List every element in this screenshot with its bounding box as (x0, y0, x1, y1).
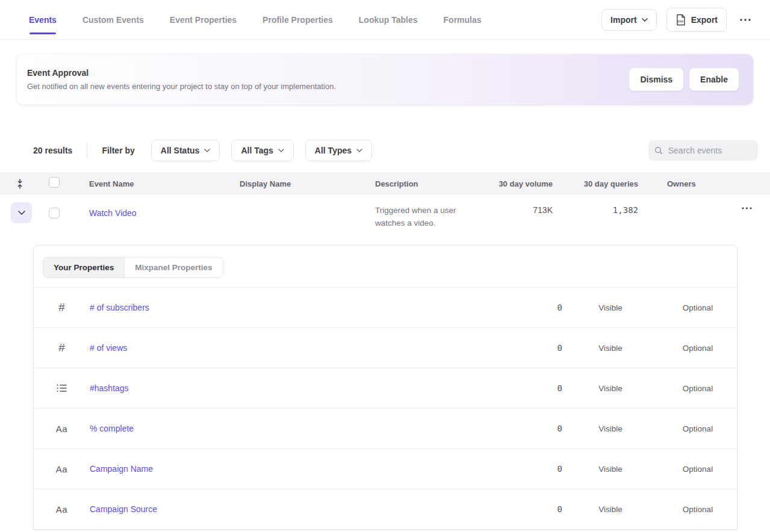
results-count: 20 results (33, 146, 72, 155)
property-row: Aa Campaign Name 0 Visible Optional (34, 449, 737, 489)
property-name-link[interactable]: Campaign Name (90, 464, 502, 474)
event-approval-banner: Event Approval Get notified on all new e… (17, 54, 753, 105)
list-type-icon (57, 384, 67, 392)
search-icon (654, 146, 663, 155)
tab-event-properties[interactable]: Event Properties (170, 11, 237, 28)
tab-formulas[interactable]: Formulas (444, 11, 482, 28)
column-30-day-queries: 30 day queries (553, 179, 638, 188)
property-visibility: Visible (562, 303, 659, 312)
navbar-actions: Import csv Export (601, 8, 754, 32)
import-button[interactable]: Import (601, 9, 657, 31)
search-events-input[interactable] (668, 146, 752, 155)
all-types-label: All Types (315, 146, 352, 155)
divider (87, 143, 87, 158)
properties-tabs-row: Your Properties Mixpanel Properties (34, 246, 737, 288)
property-requirement: Optional (659, 344, 737, 353)
property-requirement: Optional (659, 505, 737, 514)
tab-events[interactable]: Events (29, 11, 57, 28)
all-tags-dropdown[interactable]: All Tags (231, 140, 293, 161)
dismiss-button[interactable]: Dismiss (629, 68, 683, 91)
export-button-label: Export (691, 15, 718, 25)
row-more-options-button[interactable] (738, 205, 756, 212)
property-row: # # of subscribers 0 Visible Optional (34, 288, 737, 328)
property-name-link[interactable]: #hashtags (90, 383, 502, 393)
property-name-link[interactable]: % complete (90, 424, 502, 433)
property-visibility: Visible (562, 424, 659, 433)
chevron-down-icon (356, 149, 362, 152)
row-checkbox[interactable] (49, 208, 60, 218)
export-button[interactable]: csv Export (666, 8, 727, 32)
tab-your-properties[interactable]: Your Properties (43, 258, 124, 277)
property-requirement: Optional (659, 303, 737, 312)
property-query-count: 0 (502, 303, 562, 312)
property-requirement: Optional (659, 384, 737, 393)
column-30-day-volume: 30 day volume (492, 179, 553, 188)
enable-button[interactable]: Enable (689, 68, 739, 91)
property-visibility: Visible (562, 344, 659, 353)
all-status-label: All Status (161, 146, 200, 155)
properties-tab-group: Your Properties Mixpanel Properties (43, 257, 223, 278)
banner-subtitle: Get notified on all new events entering … (27, 82, 336, 91)
text-type-icon: Aa (56, 504, 67, 515)
select-all-checkbox[interactable] (49, 177, 60, 188)
event-30-day-volume: 713K (492, 202, 553, 215)
number-type-icon: # (58, 341, 65, 354)
event-name-link[interactable]: Watch Video (89, 208, 137, 218)
event-row-watch-video: Watch Video Triggered when a user watche… (0, 194, 770, 238)
column-owners: Owners (638, 179, 733, 188)
column-event-name: Event Name (89, 179, 240, 188)
tab-lookup-tables[interactable]: Lookup Tables (359, 11, 418, 28)
property-row: # # of views 0 Visible Optional (34, 328, 737, 368)
property-query-count: 0 (502, 464, 562, 474)
property-visibility: Visible (562, 505, 659, 514)
text-type-icon: Aa (56, 464, 67, 474)
banner-text: Event Approval Get notified on all new e… (27, 68, 336, 91)
property-visibility: Visible (562, 465, 659, 474)
number-type-icon: # (58, 301, 65, 314)
lexicon-tabs: Events Custom Events Event Properties Pr… (29, 11, 482, 28)
chevron-down-icon (18, 211, 25, 215)
tab-mixpanel-properties[interactable]: Mixpanel Properties (124, 258, 222, 277)
property-requirement: Optional (659, 465, 737, 474)
ellipsis-icon (740, 19, 751, 21)
event-description: Triggered when a user watches a video. (375, 202, 483, 229)
property-visibility: Visible (562, 384, 659, 393)
search-events-box[interactable] (648, 140, 758, 161)
collapse-row-button[interactable] (11, 202, 32, 223)
all-tags-label: All Tags (241, 146, 273, 155)
property-query-count: 0 (502, 383, 562, 393)
property-row: Aa Campaign Source 0 Visible Optional (34, 489, 737, 530)
filter-bar: 20 results Filter by All Status All Tags… (0, 138, 770, 162)
property-name-link[interactable]: # of subscribers (90, 303, 502, 312)
chevron-down-icon (642, 18, 648, 22)
collapse-all-icon[interactable] (16, 179, 24, 189)
property-row: Aa % complete 0 Visible Optional (34, 409, 737, 449)
property-row: #hashtags 0 Visible Optional (34, 368, 737, 409)
text-type-icon: Aa (56, 424, 67, 434)
event-properties-panel: Your Properties Mixpanel Properties # # … (33, 245, 737, 530)
column-description: Description (375, 179, 492, 188)
chevron-down-icon (278, 149, 284, 152)
tab-profile-properties[interactable]: Profile Properties (262, 11, 333, 28)
property-requirement: Optional (659, 424, 737, 433)
all-status-dropdown[interactable]: All Status (151, 140, 220, 161)
banner-title: Event Approval (27, 68, 336, 78)
property-name-link[interactable]: Campaign Source (90, 504, 502, 514)
events-table-header: Event Name Display Name Description 30 d… (0, 173, 770, 194)
property-query-count: 0 (502, 504, 562, 514)
event-30-day-queries: 1,382 (553, 202, 638, 215)
chevron-down-icon (204, 149, 210, 152)
filter-by-label: Filter by (102, 146, 134, 155)
banner-actions: Dismiss Enable (629, 68, 739, 91)
top-navbar: Events Custom Events Event Properties Pr… (0, 0, 770, 40)
property-query-count: 0 (502, 343, 562, 353)
svg-text:csv: csv (678, 19, 683, 22)
all-types-dropdown[interactable]: All Types (305, 140, 372, 161)
property-name-link[interactable]: # of views (90, 343, 502, 353)
column-display-name: Display Name (240, 179, 375, 188)
import-button-label: Import (610, 15, 637, 25)
tab-custom-events[interactable]: Custom Events (82, 11, 144, 28)
more-options-button[interactable] (736, 16, 754, 23)
property-query-count: 0 (502, 424, 562, 433)
csv-file-icon: csv (675, 14, 686, 26)
